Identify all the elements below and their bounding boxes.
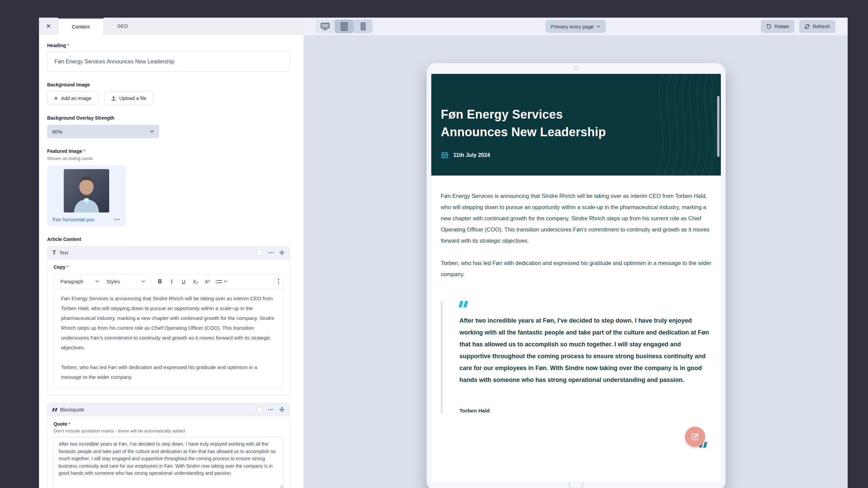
page: × Content SEO Heading* Background Image … [0, 0, 868, 488]
article-hero: Føn Energy Services Announces New Leader… [431, 74, 721, 176]
blockquote-block-header: Blockquote [47, 403, 290, 416]
tab-content[interactable]: Content [58, 18, 104, 35]
featured-image-help: Shown on listing cards [47, 156, 290, 161]
article-paragraph: Torben, who has led Føn with dedication … [441, 258, 711, 280]
background-image-label: Background Image [47, 82, 290, 87]
add-image-button[interactable]: Add an image [47, 92, 98, 105]
article-title: Føn Energy Services Announces New Leader… [441, 74, 711, 141]
rich-text-editor: Paragraph Styles B I U [54, 274, 283, 388]
preview-scrollbar[interactable] [717, 96, 719, 157]
copy-paragraph: Torben, who has led Føn with dedication … [61, 362, 276, 382]
quote-text: After two incredible years at Føn, I've … [459, 315, 711, 386]
blockquote-block-card: Blockquote Quote* Don't include quotatio… [47, 403, 290, 488]
tablet-preview-button[interactable] [335, 20, 354, 33]
calendar-icon [441, 151, 449, 159]
mobile-preview-button[interactable] [354, 20, 373, 33]
chevron-down-icon [95, 280, 99, 283]
featured-image-label: Featured Image* [47, 148, 290, 154]
overlay-strength-select[interactable]: 60% [47, 125, 159, 138]
quote-author: Torben Hald [459, 408, 711, 414]
plus-icon [54, 96, 58, 100]
device-toggle-group [316, 20, 373, 33]
article-content-label: Article Content [47, 237, 290, 242]
desktop-icon [321, 23, 330, 30]
close-button[interactable]: × [39, 18, 58, 34]
paragraph-style-dropdown[interactable]: Paragraph [57, 274, 103, 289]
tab-seo[interactable]: SEO [104, 18, 142, 34]
desktop-preview-button[interactable] [316, 20, 335, 33]
tablet-camera [574, 66, 578, 70]
article-date-row: 11th July 2024 [441, 151, 711, 159]
text-block-header: T Text [47, 246, 290, 259]
edit-pencil-icon [691, 432, 699, 441]
text-block-menu-button[interactable] [268, 251, 275, 255]
move-handle-icon[interactable] [279, 250, 284, 255]
upload-file-button[interactable]: Upload a file [104, 92, 153, 105]
featured-image-thumbnail[interactable] [64, 169, 109, 212]
blockquote-block-title: Blockquote [60, 407, 84, 412]
copy-editor-content[interactable]: Føn Energy Services is announcing that S… [54, 289, 283, 388]
close-icon: × [46, 21, 51, 31]
text-block-icon: T [53, 250, 56, 256]
quote-mark-icon [459, 301, 711, 307]
subscript-button[interactable]: X₂ [190, 276, 201, 287]
refresh-icon [805, 24, 810, 29]
heading-label: Heading* [47, 43, 290, 48]
copy-label: Copy* [54, 264, 283, 270]
article-blockquote: After two incredible years at Føn, I've … [441, 301, 711, 414]
portrait-photo [64, 169, 109, 212]
text-block-title: Text [59, 250, 68, 256]
overlay-strength-label: Background Overlay Strength [47, 115, 290, 121]
rte-toolbar: Paragraph Styles B I U [54, 274, 283, 289]
featured-image-filename-link[interactable]: Fon horizontal pos [53, 217, 94, 222]
rotate-icon [766, 24, 771, 29]
bold-button[interactable]: B [154, 276, 166, 287]
chevron-down-icon [141, 280, 145, 283]
superscript-button[interactable]: X² [201, 276, 213, 287]
rte-more-button[interactable] [277, 278, 281, 285]
text-block-card: T Text Copy* Paragra [47, 246, 290, 395]
blockquote-block-menu-button[interactable] [268, 408, 275, 412]
preview-canvas: Føn Energy Services Announces New Leader… [303, 36, 848, 488]
featured-image-menu-button[interactable] [114, 218, 121, 222]
tablet-frame: Føn Energy Services Announces New Leader… [427, 63, 726, 488]
upload-icon [111, 96, 116, 101]
rotate-button[interactable]: Rotate [761, 20, 794, 33]
list-dropdown-button[interactable] [213, 276, 230, 287]
move-handle-icon[interactable] [279, 407, 284, 412]
refresh-button[interactable]: Refresh [799, 20, 835, 33]
underline-button[interactable]: U [178, 276, 190, 287]
bullet-list-icon [216, 279, 222, 284]
app-window: × Content SEO Heading* Background Image … [39, 18, 848, 488]
featured-image-card: Fon horizontal pos [47, 165, 126, 226]
mobile-icon [361, 22, 366, 30]
quote-help-text: Don't include quotation marks - these wi… [54, 428, 283, 433]
editor-tabbar: × Content SEO [39, 18, 303, 35]
tablet-screen: Føn Energy Services Announces New Leader… [431, 74, 721, 482]
blockquote-icon [53, 408, 57, 411]
quote-textarea[interactable]: After two incredible years at Føn, I've … [54, 437, 283, 488]
article-paragraph: Føn Energy Services is announcing that S… [441, 190, 711, 246]
article-body: Føn Energy Services is announcing that S… [431, 176, 721, 414]
chevron-down-icon [597, 25, 600, 28]
text-block-checkbox[interactable] [257, 250, 262, 256]
styles-dropdown[interactable]: Styles [103, 274, 149, 289]
italic-button[interactable]: I [166, 276, 178, 287]
quote-label: Quote* [54, 421, 283, 427]
editor-panel: × Content SEO Heading* Background Image … [39, 18, 303, 488]
edit-block-button[interactable] [685, 427, 705, 447]
preview-pane: Primary entry page Rotate Refresh [303, 18, 848, 488]
editor-form: Heading* Background Image Add an image U… [39, 35, 303, 488]
article-date: 11th July 2024 [453, 152, 490, 158]
chevron-down-icon [150, 130, 154, 133]
chevron-down-icon [224, 280, 227, 283]
preview-toolbar: Primary entry page Rotate Refresh [303, 18, 848, 36]
copy-paragraph: Føn Energy Services is announcing that S… [61, 293, 276, 352]
tablet-icon [341, 22, 348, 31]
blockquote-block-checkbox[interactable] [257, 407, 262, 412]
entry-page-select[interactable]: Primary entry page [545, 20, 606, 33]
heading-input[interactable] [47, 52, 290, 72]
